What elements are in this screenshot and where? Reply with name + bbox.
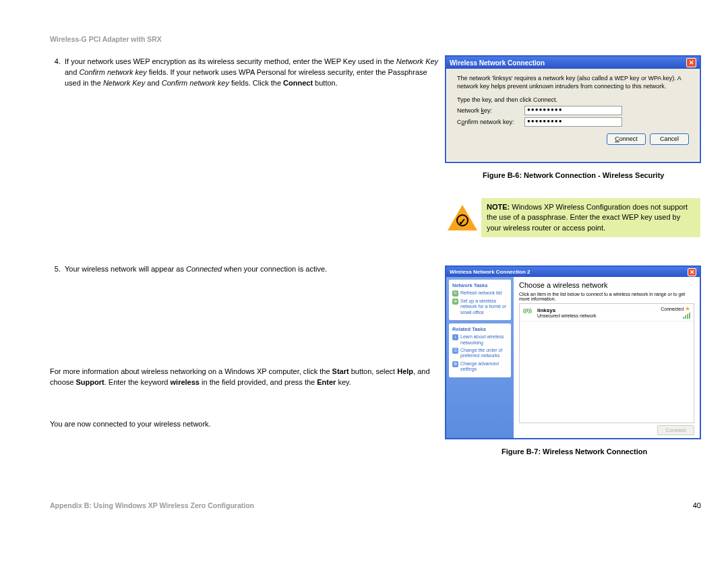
dialog2-titlebar: Wireless Network Connection 2 ✕ <box>446 267 700 277</box>
task-order[interactable]: ☰Change the order of preferred networks <box>452 348 508 359</box>
setup-icon: ⚙ <box>452 299 458 305</box>
signal-bars-icon <box>683 312 690 319</box>
dialog1-body: The network 'linksys' requires a network… <box>446 69 700 149</box>
dialog2-body: Network Tasks ↻Refresh network list ⚙Set… <box>446 277 700 438</box>
warning-icon: ✓ <box>448 205 477 230</box>
signal-icon <box>523 307 534 318</box>
network-list: linksys Unsecured wireless network Conne… <box>519 303 694 423</box>
task-advanced[interactable]: ⚙Change advanced settings <box>452 361 508 373</box>
choose-heading: Choose a wireless network <box>519 281 694 289</box>
connect-button[interactable]: Connect <box>607 133 646 145</box>
dialog2-title: Wireless Network Connection 2 <box>450 269 530 275</box>
order-icon: ☰ <box>452 348 458 354</box>
dialog1-text1: The network 'linksys' requires a network… <box>457 74 689 90</box>
choose-sub: Click an item in the list below to conne… <box>519 292 694 301</box>
step-5: 5. Your wireless network will appear as … <box>50 264 441 275</box>
page-number: 40 <box>693 501 701 509</box>
dialog-choose-network: Wireless Network Connection 2 ✕ Network … <box>445 266 701 439</box>
note-text: Windows XP Wireless Configuration does n… <box>487 203 688 232</box>
list-num-5: 5. <box>50 264 61 275</box>
network-status: Connected <box>661 307 684 311</box>
figure-caption-b7: Figure B-7: Wireless Network Connection <box>502 447 647 456</box>
dialog1-title: Wireless Network Connection <box>450 59 545 67</box>
task-learn[interactable]: iLearn about wireless networking <box>452 334 508 346</box>
network-ssid: linksys <box>537 307 657 313</box>
note-box: NOTE: Windows XP Wireless Configuration … <box>481 198 700 237</box>
task-setup[interactable]: ⚙Set up a wireless network for a home or… <box>452 299 508 315</box>
close-icon[interactable]: ✕ <box>688 268 696 276</box>
dialog-network-key: Wireless Network Connection ✕ The networ… <box>445 55 701 163</box>
note-label: NOTE: <box>487 203 510 211</box>
checkmark-icon: ✓ <box>456 214 468 226</box>
connect-button-disabled: Connect <box>657 425 694 435</box>
close-icon[interactable]: ✕ <box>686 58 696 67</box>
page-header: Wireless-G PCI Adapter with SRX <box>50 35 162 43</box>
dialog1-text2: Type the key, and then click Connect. <box>457 96 689 104</box>
footer-left: Appendix B: Using Windows XP Wireless Ze… <box>50 501 254 509</box>
refresh-icon: ↻ <box>452 290 458 296</box>
input-network-key[interactable]: ●●●●●●●●● <box>524 106 622 115</box>
label-confirm-key: Confirm network key: <box>457 118 524 126</box>
para-info: For more information about wireless netw… <box>50 367 441 388</box>
dialog1-titlebar: Wireless Network Connection ✕ <box>446 57 700 69</box>
figure-caption-b6: Figure B-6: Network Connection - Wireles… <box>483 171 664 179</box>
info-icon: i <box>452 334 458 340</box>
gear-icon: ⚙ <box>452 361 458 367</box>
network-tasks-panel: Network Tasks ↻Refresh network list ⚙Set… <box>449 280 511 320</box>
related-tasks-header: Related Tasks <box>452 326 508 332</box>
task-refresh[interactable]: ↻Refresh network list <box>452 290 508 296</box>
label-network-key: Network key: <box>457 106 524 115</box>
step-4-content: If your network uses WEP encryption as i… <box>65 57 441 89</box>
network-item-linksys[interactable]: linksys Unsecured wireless network Conne… <box>520 304 694 321</box>
step-4: 4. If your network uses WEP encryption a… <box>50 57 441 89</box>
input-confirm-key[interactable]: ●●●●●●●●● <box>524 117 622 127</box>
para-connected: You are now connected to your wireless n… <box>50 419 441 430</box>
related-tasks-panel: Related Tasks iLearn about wireless netw… <box>449 323 511 377</box>
list-num-4: 4. <box>50 57 61 67</box>
network-security: Unsecured wireless network <box>537 313 657 318</box>
note-row: ✓ NOTE: Windows XP Wireless Configuratio… <box>448 198 700 237</box>
dialog2-main: Choose a wireless network Click an item … <box>514 277 700 438</box>
dialog2-sidebar: Network Tasks ↻Refresh network list ⚙Set… <box>446 277 514 438</box>
network-tasks-header: Network Tasks <box>452 282 508 288</box>
cancel-button[interactable]: Cancel <box>650 133 689 145</box>
star-icon: ★ <box>685 305 690 312</box>
step-5-content: Your wireless network will appear as Con… <box>65 264 441 275</box>
